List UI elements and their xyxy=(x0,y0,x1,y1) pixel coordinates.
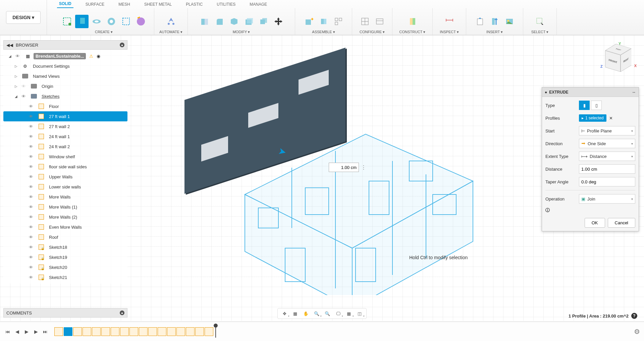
inspect-icon[interactable] xyxy=(443,15,456,28)
info-icon[interactable]: ⓘ xyxy=(545,208,550,213)
visibility-icon[interactable]: 👁 xyxy=(29,275,36,280)
visibility-off-icon[interactable]: 👁 xyxy=(21,84,28,89)
tree-sketch-item[interactable]: 👁 Roof xyxy=(3,232,127,242)
dimension-input[interactable] xyxy=(329,163,359,172)
box-tool-icon[interactable] xyxy=(119,15,133,28)
tree-sketch-item[interactable]: 👁 Window shelf xyxy=(3,152,127,162)
tab-sheet-metal[interactable]: SHEET METAL xyxy=(142,1,174,8)
timeline-feature-item[interactable] xyxy=(195,327,204,336)
configure-icon[interactable] xyxy=(358,15,372,28)
insert-derive-icon[interactable] xyxy=(473,15,487,28)
timeline-feature-item[interactable] xyxy=(92,327,101,336)
operation-select[interactable]: ▣Join▾ xyxy=(579,194,635,204)
visibility-icon[interactable]: 👁 xyxy=(29,194,36,200)
visibility-icon[interactable]: 👁 xyxy=(29,205,36,210)
visibility-icon[interactable]: 👁 xyxy=(29,124,36,129)
tree-sketch-item[interactable]: 👁 24 ft wall 2 xyxy=(3,141,127,152)
visibility-icon[interactable]: 👁 xyxy=(29,184,36,189)
browser-header[interactable]: ◀◀ BROWSER ● xyxy=(3,40,127,50)
tree-sketch-item[interactable]: 👁 Lower side walls xyxy=(3,182,127,192)
tree-sketch-item[interactable]: 👁 Floor xyxy=(3,101,127,111)
tree-item-origin[interactable]: ▷ 👁 Origin xyxy=(3,81,127,91)
tab-plastic[interactable]: PLASTIC xyxy=(184,1,205,8)
chamfer-icon[interactable] xyxy=(227,15,241,28)
construct-icon[interactable] xyxy=(406,15,419,28)
insert-decal-icon[interactable] xyxy=(503,15,516,28)
zoom-icon[interactable]: 🔍▾ xyxy=(312,309,321,318)
new-component-icon[interactable]: ✦ xyxy=(302,15,316,28)
start-select[interactable]: ⊢Profile Plane▾ xyxy=(579,126,635,135)
visibility-icon[interactable]: 👁 xyxy=(29,114,36,119)
revolve-tool-icon[interactable] xyxy=(90,15,103,28)
create-form-icon[interactable] xyxy=(134,15,148,28)
timeline-play-icon[interactable]: ▶ xyxy=(23,328,30,335)
tree-doc-root[interactable]: ◢ 👁 ▦ BrendanLSustainable... ⚠ ◉ xyxy=(3,51,127,61)
visibility-icon[interactable]: 👁 xyxy=(29,245,36,250)
timeline-feature-item[interactable] xyxy=(148,327,157,336)
tab-utilities[interactable]: UTILITIES xyxy=(215,1,237,8)
timeline-feature-item[interactable] xyxy=(120,327,129,336)
fit-icon[interactable]: 🔍 xyxy=(323,309,332,318)
timeline-feature-item[interactable] xyxy=(176,327,185,336)
timeline-feature-item[interactable] xyxy=(139,327,148,336)
sweep-tool-icon[interactable] xyxy=(105,15,118,28)
tab-solid[interactable]: SOLID xyxy=(57,0,73,8)
collapse-dot-icon[interactable]: ● xyxy=(120,310,124,315)
extrude-dialog-header[interactable]: ● EXTRUDE ↔ xyxy=(542,88,639,97)
radio-icon[interactable]: ◉ xyxy=(97,54,100,59)
tree-expand-icon[interactable]: ▷ xyxy=(15,64,19,68)
automate-icon[interactable] xyxy=(164,15,178,28)
create-sketch-icon[interactable] xyxy=(60,15,74,28)
visibility-icon[interactable]: 👁 xyxy=(29,154,36,159)
tree-sketch-item[interactable]: 👁 Sketch20 xyxy=(3,262,127,272)
visibility-icon[interactable]: 👁 xyxy=(29,134,36,139)
distance-input[interactable] xyxy=(579,164,635,174)
tab-manage[interactable]: MANAGE xyxy=(248,1,269,8)
tree-sketch-item[interactable]: 👁 Sketch21 xyxy=(3,272,127,282)
tree-collapse-icon[interactable]: ◢ xyxy=(9,54,13,58)
view-cube[interactable]: FRONT RIGHT TOP Y X Z xyxy=(604,44,634,74)
tab-surface[interactable]: SURFACE xyxy=(84,1,107,8)
timeline-prev-icon[interactable]: ◀ xyxy=(13,328,21,335)
timeline-end-icon[interactable]: ⏭ xyxy=(42,328,49,335)
manage-config-icon[interactable] xyxy=(373,15,386,28)
tree-sketch-item[interactable]: 👁 Upper Walls xyxy=(3,172,127,182)
joint-icon[interactable] xyxy=(317,15,330,28)
expand-icon[interactable]: ↔ xyxy=(632,90,636,95)
cancel-button[interactable]: Cancel xyxy=(608,218,635,228)
tree-sketch-item[interactable]: 👁 floor side wall sides xyxy=(3,162,127,172)
direction-select[interactable]: ⮕One Side▾ xyxy=(579,139,635,148)
profiles-selected-chip[interactable]: ▸ 1 selected xyxy=(579,114,606,122)
visibility-icon[interactable]: 👁 xyxy=(29,215,36,220)
timeline-feature-item[interactable] xyxy=(64,327,72,336)
workspace-switcher[interactable]: DESIGN ▾ xyxy=(0,0,47,35)
more-options-icon[interactable]: ⋮ xyxy=(361,164,366,171)
tree-item-doc-settings[interactable]: ▷ ⚙ Document Settings xyxy=(3,61,127,71)
combine-icon[interactable] xyxy=(257,15,270,28)
visibility-icon[interactable]: 👁 xyxy=(21,94,28,99)
tree-collapse-icon[interactable]: ◢ xyxy=(15,95,19,98)
timeline-start-icon[interactable]: ⏮ xyxy=(4,328,11,335)
visibility-icon[interactable]: 👁 xyxy=(29,235,36,240)
comments-panel-header[interactable]: COMMENTS ● xyxy=(3,308,127,318)
select-icon[interactable] xyxy=(533,15,547,28)
visibility-icon[interactable]: 👁 xyxy=(29,164,36,169)
timeline-feature-item[interactable] xyxy=(54,327,63,336)
display-settings-icon[interactable]: 🖵▾ xyxy=(333,309,343,318)
help-icon[interactable]: ? xyxy=(631,313,637,319)
tree-sketch-item[interactable]: 👁 24 ft wall 1 xyxy=(3,131,127,141)
extent-select[interactable]: ⟼Distance▾ xyxy=(579,152,635,161)
tree-sketch-item[interactable]: 👁 27 ft wall 2 xyxy=(3,121,127,131)
timeline-feature-item[interactable] xyxy=(167,327,176,336)
timeline-feature-item[interactable] xyxy=(111,327,119,336)
grid-settings-icon[interactable]: ▦▾ xyxy=(344,309,354,318)
extrude-type-solid-button[interactable]: ▮ xyxy=(579,101,590,110)
timeline-next-icon[interactable]: ▶ xyxy=(32,328,40,335)
timeline-settings-gear-icon[interactable]: ⚙ xyxy=(634,328,640,336)
timeline-feature-item[interactable] xyxy=(73,327,82,336)
look-at-icon[interactable]: ▦ xyxy=(290,309,300,318)
timeline-feature-item[interactable] xyxy=(186,327,195,336)
press-pull-icon[interactable] xyxy=(198,15,211,28)
timeline-playhead[interactable] xyxy=(215,326,216,338)
timeline-feature-item[interactable] xyxy=(129,327,138,336)
